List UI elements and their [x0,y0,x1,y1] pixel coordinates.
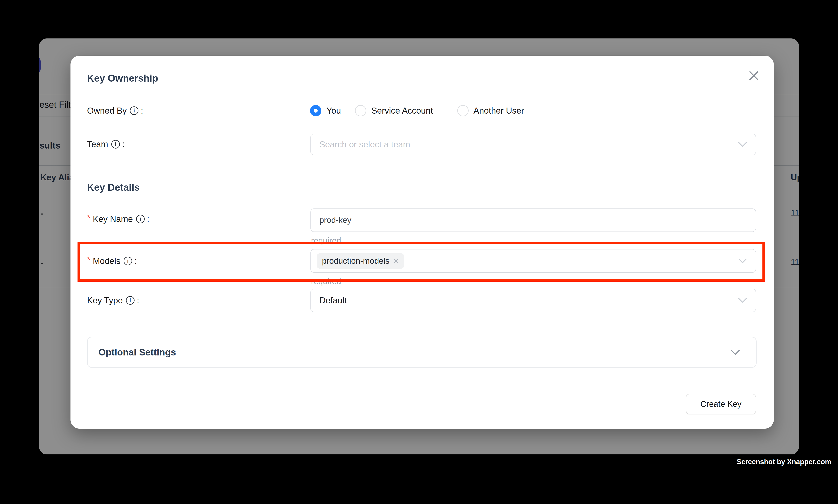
radio-service-account[interactable] [355,105,366,116]
team-label: Team [87,139,108,149]
radio-you-label[interactable]: You [326,105,341,116]
info-icon[interactable]: i [136,215,145,223]
create-key-button[interactable]: Create Key [686,394,756,414]
info-icon[interactable]: i [111,140,120,148]
owned-by-label-row: Owned By i : [87,105,143,116]
key-type-select[interactable]: Default [310,289,756,312]
chevron-down-icon [730,349,741,356]
team-label-row: Team i : [87,138,125,150]
key-name-value: prod-key [319,216,747,225]
radio-another-user-label[interactable]: Another User [474,105,524,116]
create-key-button-label: Create Key [700,399,741,409]
owned-by-label: Owned By [87,106,127,115]
label-colon: : [141,106,143,115]
key-name-label: Key Name [93,214,133,224]
required-asterisk: * [87,213,90,223]
label-colon: : [122,139,125,149]
info-icon[interactable]: i [130,106,139,115]
annotation-highlight-rectangle [77,242,765,282]
radio-another-user[interactable] [457,105,468,116]
chevron-down-icon [738,142,747,147]
optional-settings-label: Optional Settings [99,347,176,358]
key-type-value: Default [319,295,738,305]
team-select[interactable]: Search or select a team [310,134,756,155]
label-colon: : [147,214,149,224]
team-select-placeholder: Search or select a team [319,140,738,149]
section-title-key-ownership: Key Ownership [87,72,158,84]
label-colon: : [137,295,139,305]
captured-window: eset Filt sults Key Alia Up - 11/ - 11/ … [39,38,799,454]
key-name-label-row: * Key Name i : [87,213,149,225]
chevron-down-icon [738,298,747,303]
key-type-label-row: Key Type i : [87,294,139,306]
close-button[interactable] [745,67,763,85]
radio-you[interactable] [310,105,321,116]
close-icon [749,71,759,81]
key-name-input[interactable]: prod-key [310,209,756,232]
watermark-text: Screenshot by Xnapper.com [737,458,831,466]
info-icon[interactable]: i [126,296,135,305]
radio-service-account-label[interactable]: Service Account [371,105,433,116]
section-title-key-details: Key Details [87,182,140,193]
optional-settings-toggle[interactable]: Optional Settings [87,337,756,368]
key-type-label: Key Type [87,295,123,305]
